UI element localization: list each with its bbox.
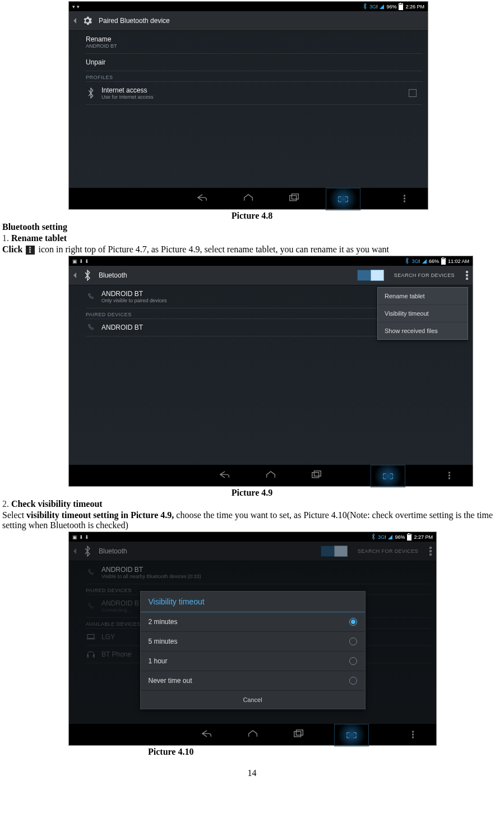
network-indicator: 3G! — [369, 4, 378, 10]
bluetooth-profile-icon — [86, 87, 96, 99]
nav-back-icon[interactable] — [201, 729, 213, 740]
dialog-cancel-button[interactable]: Cancel — [141, 691, 365, 709]
status-left-icons: ▣ ⬇ ⬇ — [72, 258, 89, 264]
paired-device-row[interactable]: ANDROID BT — [86, 319, 383, 336]
battery-icon — [441, 258, 446, 265]
network-indicator: 3G! — [411, 258, 420, 264]
settings-icon[interactable] — [81, 14, 94, 27]
nav-overflow-icon[interactable] — [448, 475, 450, 477]
app-header: Bluetooth SEARCH FOR DEVICES — [69, 266, 473, 285]
signal-icon — [388, 535, 392, 539]
nav-bar — [69, 188, 428, 209]
self-device-sub: Only visible to paired devices — [101, 298, 167, 303]
battery-pct: 96% — [395, 534, 405, 540]
menu-show-received-files[interactable]: Show received files — [378, 322, 468, 339]
svg-rect-0 — [290, 195, 297, 200]
dialog-title: Visibility timeout — [141, 592, 365, 612]
bluetooth-status-icon — [363, 3, 367, 11]
screenshot-4-10: ▣ ⬇ ⬇ 3G! 96% 2:27 PM Bluetooth SEARCH F… — [68, 532, 437, 746]
bluetooth-status-icon — [371, 533, 376, 541]
unpair-row[interactable]: Unpair — [86, 54, 422, 71]
rename-label: Rename — [86, 35, 422, 43]
rename-value: ANDROID BT — [86, 43, 422, 49]
nav-screenshot-icon[interactable] — [371, 465, 405, 487]
header-title: Paired Bluetooth device — [99, 17, 170, 25]
paragraph-visibility: Select visibility timeout setting in Pic… — [2, 510, 502, 530]
back-icon[interactable] — [73, 18, 76, 24]
svg-rect-2 — [312, 473, 319, 478]
unpair-label: Unpair — [86, 58, 422, 66]
nav-home-icon[interactable] — [265, 470, 277, 481]
rename-row[interactable]: Rename ANDROID BT — [86, 31, 422, 54]
nav-home-icon[interactable] — [242, 193, 255, 204]
screenshot-4-8: ▾ ▾ 3G! 96% 2:26 PM Paired Bluetooth dev… — [68, 1, 428, 210]
self-device-name: ANDROID BT — [101, 290, 167, 298]
overflow-icon[interactable] — [466, 274, 468, 276]
item2-title: Check visibility timeout — [11, 499, 103, 509]
signal-icon — [380, 4, 384, 9]
nav-bar — [69, 465, 473, 486]
app-header: Paired Bluetooth device — [69, 11, 428, 31]
list-item-1: 1. Rename tablet — [2, 233, 502, 243]
nav-bar — [69, 724, 436, 745]
profiles-section-label: PROFILES — [86, 71, 422, 82]
visibility-timeout-dialog: Visibility timeout 2 minutes 5 minutes 1… — [140, 591, 366, 709]
paired-device-name: ANDROID BT — [101, 324, 143, 331]
paired-section-label: PAIRED DEVICES — [86, 308, 383, 319]
nav-overflow-icon[interactable] — [412, 734, 414, 736]
status-left-icons: ▾ ▾ — [72, 4, 80, 10]
option-5-minutes[interactable]: 5 minutes — [141, 632, 365, 652]
svg-rect-3 — [314, 471, 321, 476]
nav-recent-icon[interactable] — [288, 193, 300, 204]
nav-recent-icon[interactable] — [311, 470, 323, 481]
battery-pct: 66% — [429, 258, 439, 264]
status-left-icons: ▣ ⬇ ⬇ — [72, 534, 89, 540]
self-device-row[interactable]: ANDROID BT Only visible to paired device… — [86, 285, 383, 308]
caption-4-9: Picture 4.9 — [2, 488, 502, 498]
overflow-menu: Rename tablet Visibility timeout Show re… — [377, 287, 468, 340]
paired-device-list: Rename ANDROID BT Unpair PROFILES Intern… — [69, 31, 428, 105]
radio-icon — [349, 657, 357, 665]
caption-4-10: Picture 4.10 — [148, 747, 502, 757]
radio-selected-icon — [349, 618, 357, 626]
nav-screenshot-icon[interactable] — [326, 188, 360, 210]
nav-back-icon[interactable] — [219, 470, 231, 481]
option-2-minutes[interactable]: 2 minutes — [141, 612, 365, 632]
nav-screenshot-icon[interactable] — [334, 724, 369, 746]
profile-checkbox[interactable] — [409, 89, 417, 97]
page-number: 14 — [2, 768, 502, 778]
phone-icon — [86, 324, 96, 331]
status-bar: ▣ ⬇ ⬇ 3G! 66% 11:02 AM — [69, 256, 473, 266]
battery-icon — [399, 3, 403, 10]
status-bar: ▾ ▾ 3G! 96% 2:26 PM — [69, 2, 428, 11]
list-item-2: 2. Check visibility timeout — [2, 499, 502, 509]
paragraph-rename: Click icon in right top of Picture 4.7, … — [2, 244, 502, 255]
menu-visibility-timeout[interactable]: Visibility timeout — [378, 305, 468, 322]
bluetooth-toggle[interactable] — [357, 270, 384, 281]
caption-4-8: Picture 4.8 — [2, 211, 502, 221]
network-indicator: 3G! — [378, 534, 386, 540]
profile-row-internet[interactable]: Internet access Use for Internet access — [86, 82, 422, 105]
nav-recent-icon[interactable] — [293, 729, 305, 740]
phone-icon — [86, 293, 96, 301]
svg-rect-7 — [294, 732, 300, 737]
option-1-hour[interactable]: 1 hour — [141, 652, 365, 671]
clock: 11:02 AM — [448, 258, 469, 264]
back-icon[interactable] — [73, 273, 76, 278]
nav-overflow-icon[interactable] — [404, 198, 405, 200]
battery-pct: 96% — [386, 4, 396, 10]
bluetooth-status-icon — [405, 257, 409, 265]
svg-rect-8 — [296, 730, 303, 735]
option-never-time-out[interactable]: Never time out — [141, 671, 365, 691]
svg-rect-1 — [292, 194, 298, 199]
nav-home-icon[interactable] — [247, 729, 259, 740]
screenshot-4-9: ▣ ⬇ ⬇ 3G! 66% 11:02 AM Bluetooth SEARCH … — [68, 256, 473, 487]
menu-rename-tablet[interactable]: Rename tablet — [378, 288, 468, 305]
nav-back-icon[interactable] — [196, 193, 209, 204]
clock: 2:26 PM — [405, 4, 424, 10]
signal-icon — [422, 259, 427, 264]
header-title: Bluetooth — [99, 271, 127, 279]
overflow-icon — [26, 246, 35, 255]
bluetooth-header-icon[interactable] — [81, 269, 94, 282]
search-devices-button[interactable]: SEARCH FOR DEVICES — [394, 273, 455, 278]
